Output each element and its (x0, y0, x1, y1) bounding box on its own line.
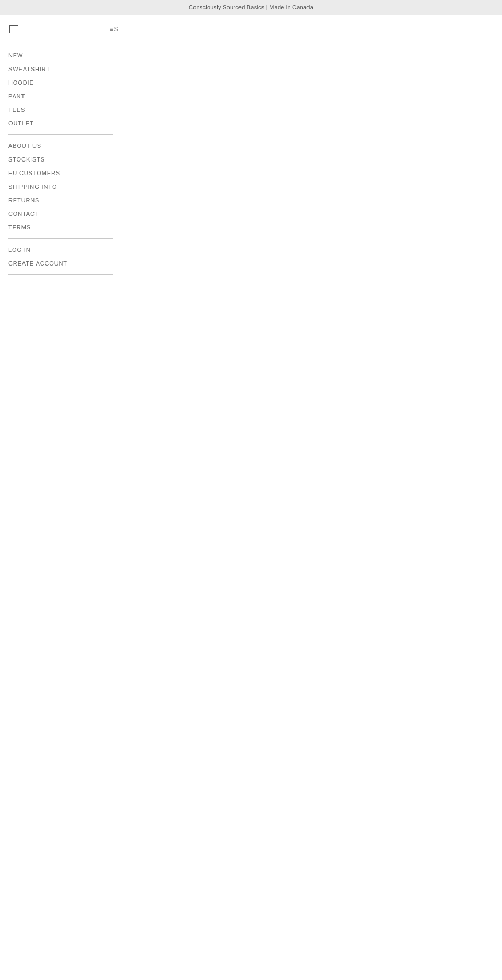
logo-corner-icon (9, 25, 18, 33)
menu-icon[interactable]: ≡S (110, 26, 118, 33)
main-content (112, 43, 502, 980)
header: ≡S (0, 15, 502, 43)
announcement-text: Consciously Sourced Basics | Made in Can… (189, 4, 313, 10)
nav-item-contact[interactable]: CONTACT (8, 207, 112, 221)
nav-item-pant[interactable]: PANT (8, 89, 112, 103)
nav-item-log-in[interactable]: LOG IN (8, 243, 112, 257)
nav-item-stockists[interactable]: STOCKISTS (8, 153, 112, 166)
nav-item-tees[interactable]: TEES (8, 103, 112, 117)
nav-item-about-us[interactable]: ABOUT US (8, 139, 112, 153)
nav-item-eu-customers[interactable]: EU CUSTOMERS (8, 166, 112, 180)
nav-item-outlet[interactable]: OUTLET (8, 117, 112, 130)
nav-item-returns[interactable]: RETURNS (8, 193, 112, 207)
nav-divider-2 (8, 238, 113, 239)
nav-item-terms[interactable]: TERMS (8, 221, 112, 234)
sidebar-nav: NEW SWEATSHIRT HOODIE PANT TEES OUTLET A… (0, 43, 112, 279)
nav-divider-3 (8, 274, 113, 275)
nav-divider-1 (8, 134, 113, 135)
announcement-bar: Consciously Sourced Basics | Made in Can… (0, 0, 502, 15)
nav-item-new[interactable]: NEW (8, 49, 112, 62)
nav-item-hoodie[interactable]: HOODIE (8, 76, 112, 89)
nav-item-sweatshirt[interactable]: SWEATSHIRT (8, 62, 112, 76)
nav-item-shipping-info[interactable]: SHIPPING INFO (8, 180, 112, 193)
nav-item-create-account[interactable]: CREATE ACCOUNT (8, 257, 112, 270)
